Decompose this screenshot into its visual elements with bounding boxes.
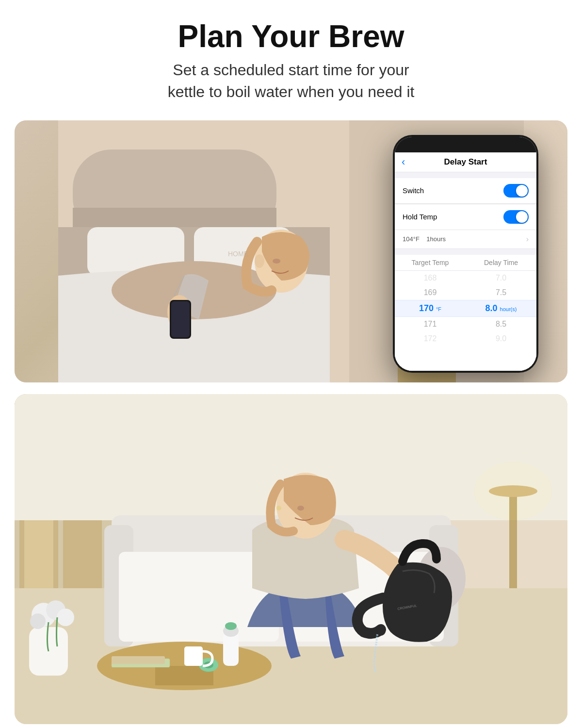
phone-notch [395,137,536,152]
toggle-circle [516,185,528,197]
chevron-icon: › [526,235,529,244]
app-screen: ‹ Delay Start Switch Hold Temp [395,152,536,371]
switch-row: Switch [395,178,536,204]
svg-point-10 [255,254,264,268]
svg-point-52 [30,613,46,629]
switch-toggle[interactable] [503,184,529,198]
svg-rect-45 [184,646,203,666]
svg-point-9 [273,259,280,264]
page-header: Plan Your Brew Set a scheduled start tim… [168,19,415,103]
top-scene: HOME ‹ Delay Start [15,120,567,382]
svg-rect-40 [223,632,239,666]
temp-time-row[interactable]: 104°F 1hours › [395,230,536,249]
back-button[interactable]: ‹ [402,156,405,168]
page-subtitle: Set a scheduled start time for your kett… [168,59,415,103]
picker-header: Target Temp Delay Time [395,255,536,271]
hold-temp-row: Hold Temp [395,204,536,230]
picker-row-170-selected[interactable]: 170 °F 8.0 hour(s) [395,300,536,317]
target-temp-header: Target Temp [395,259,466,266]
svg-point-34 [276,506,281,511]
svg-text:HOME: HOME [228,250,248,258]
delay-85: 8.5 [466,320,536,329]
hold-temp-toggle[interactable] [503,210,529,224]
picker-rows: 168 7.0 169 7.5 170 °F 8.0 hour(s) [395,271,536,346]
picker-row-172: 172 9.0 [395,331,536,346]
svg-point-56 [474,462,552,520]
svg-rect-47 [112,656,165,664]
notch-bar [436,140,495,149]
screen-title: Delay Start [444,157,487,167]
temp-172: 172 [395,334,466,343]
temp-170: 170 °F [395,303,466,314]
temp-168: 168 [395,274,466,282]
phone-screen: ‹ Delay Start Switch Hold Temp [395,137,536,371]
phone-mockup: ‹ Delay Start Switch Hold Temp [393,135,538,373]
svg-point-42 [225,622,237,630]
page-title: Plan Your Brew [168,19,415,53]
svg-point-35 [297,506,304,511]
toggle-circle-2 [516,211,528,223]
delay-time-header: Delay Time [466,259,536,266]
switch-label: Switch [403,186,424,195]
svg-rect-13 [171,301,190,337]
delay-75: 7.5 [466,288,536,297]
picker-row-168: 168 7.0 [395,271,536,285]
temp-169: 169 [395,288,466,297]
temp-time-label: 104°F 1hours [403,235,446,243]
picker-row-171: 171 8.5 [395,317,536,331]
delay-9: 9.0 [466,334,536,343]
svg-rect-3 [73,208,276,227]
delay-8: 8.0 hour(s) [466,303,536,314]
app-nav-header: ‹ Delay Start [395,152,536,172]
bottom-scene: CROWNFUL [15,394,567,724]
couch-scene-svg: CROWNFUL [15,394,567,724]
picker-section: Target Temp Delay Time 168 7.0 169 7.5 [395,255,536,371]
temp-171: 171 [395,320,466,329]
delay-7: 7.0 [466,274,536,282]
hold-temp-label: Hold Temp [403,213,437,221]
picker-row-169: 169 7.5 [395,285,536,300]
svg-point-51 [57,609,74,626]
couch-scene: CROWNFUL [15,394,567,724]
